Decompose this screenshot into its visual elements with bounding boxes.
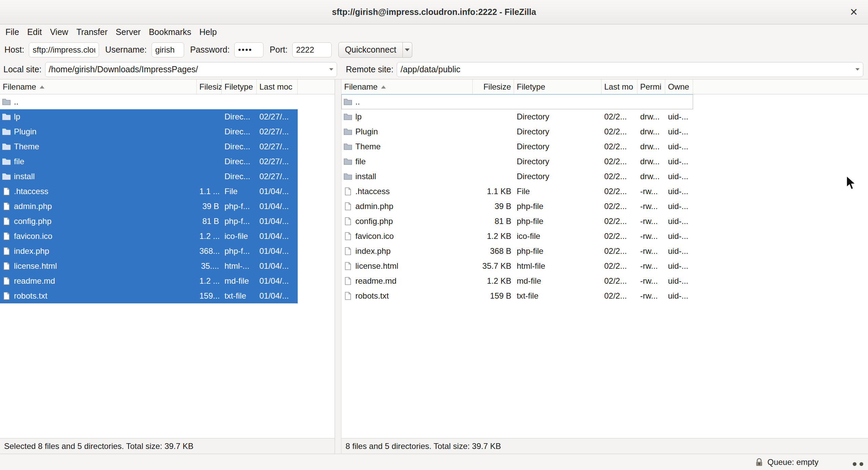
menu-item-bookmarks[interactable]: Bookmarks bbox=[145, 24, 195, 40]
column-header-label: Filename bbox=[3, 82, 36, 92]
file-row[interactable]: .htaccess 1.1 ... File 01/04/... bbox=[0, 184, 298, 199]
file-row[interactable]: readme.md 1.2 ... md-file 01/04/... bbox=[0, 274, 298, 288]
file-row[interactable]: admin.php 39 B php-file 02/2... -rw... u… bbox=[341, 199, 693, 214]
file-row[interactable]: license.html 35.... html-... 01/04/... bbox=[0, 259, 298, 274]
quickconnect-dropdown-button[interactable] bbox=[403, 42, 412, 58]
filesize-cell: 368... bbox=[197, 244, 222, 259]
file-row[interactable]: install Direc... 02/27/... bbox=[0, 169, 298, 184]
last-modified-cell: 02/27/... bbox=[257, 124, 298, 139]
file-icon bbox=[2, 202, 11, 210]
menu-item-view[interactable]: View bbox=[46, 24, 72, 40]
last-modified-cell bbox=[601, 94, 637, 109]
permissions-cell: drw... bbox=[637, 109, 665, 124]
file-row[interactable]: robots.txt 159... txt-file 01/04/... bbox=[0, 288, 298, 303]
file-row[interactable]: .htaccess 1.1 KB File 02/2... -rw... uid… bbox=[341, 184, 693, 199]
local-file-list[interactable]: .. lp bbox=[0, 94, 335, 438]
filename: .htaccess bbox=[355, 184, 390, 199]
host-input[interactable] bbox=[29, 42, 99, 57]
folder-icon bbox=[2, 172, 11, 181]
permissions-cell: -rw... bbox=[637, 184, 665, 199]
filetype-cell: Directory bbox=[514, 124, 601, 139]
file-row[interactable]: admin.php 39 B php-f... 01/04/... bbox=[0, 199, 298, 214]
file-row[interactable]: index.php 368 B php-file 02/2... -rw... … bbox=[341, 244, 693, 259]
titlebar[interactable]: sftp://girish@impress.cloudron.info:2222… bbox=[0, 0, 868, 24]
last-modified-cell: 02/27/... bbox=[257, 109, 298, 124]
column-header[interactable]: Filesize bbox=[473, 79, 514, 94]
filename: index.php bbox=[14, 244, 49, 259]
folder-icon bbox=[2, 157, 11, 166]
file-row[interactable]: robots.txt 159 B txt-file 02/2... -rw...… bbox=[341, 288, 693, 303]
filename: Theme bbox=[355, 139, 381, 154]
file-row[interactable]: file Direc... 02/27/... bbox=[0, 154, 298, 169]
filesize-cell: 39 B bbox=[197, 199, 222, 214]
column-header[interactable]: Filename bbox=[0, 79, 197, 94]
resize-grip[interactable] bbox=[853, 462, 863, 466]
remote-column-headers: Filename Filesize Filetype Last mo bbox=[341, 79, 868, 94]
column-header[interactable]: Filetype bbox=[514, 79, 601, 94]
file-row[interactable]: config.php 81 B php-file 02/2... -rw... … bbox=[341, 214, 693, 229]
file-row[interactable]: readme.md 1.2 KB md-file 02/2... -rw... … bbox=[341, 274, 693, 288]
last-modified-cell: 02/27/... bbox=[257, 139, 298, 154]
column-header[interactable]: Last mo bbox=[601, 79, 637, 94]
remote-file-list[interactable]: .. l bbox=[341, 94, 868, 438]
column-header[interactable]: Filename bbox=[341, 79, 473, 94]
file-row[interactable]: favicon.ico 1.2 ... ico-file 01/04/... bbox=[0, 229, 298, 244]
last-modified-cell: 02/27/... bbox=[257, 154, 298, 169]
column-header[interactable]: Permi bbox=[637, 79, 665, 94]
menu-item-edit[interactable]: Edit bbox=[23, 24, 46, 40]
file-row[interactable]: .. bbox=[341, 94, 693, 109]
file-row[interactable]: license.html 35.7 KB html-file 02/2... -… bbox=[341, 259, 693, 274]
column-header[interactable]: Filesiz bbox=[197, 79, 222, 94]
permissions-cell bbox=[637, 94, 665, 109]
file-row[interactable]: .. bbox=[0, 94, 298, 109]
column-header-label: Filesize bbox=[484, 82, 511, 92]
file-icon bbox=[2, 277, 11, 285]
file-icon bbox=[2, 187, 11, 195]
column-header[interactable]: Filetype bbox=[222, 79, 257, 94]
file-row[interactable]: install Directory 02/2... drw... uid-... bbox=[341, 169, 693, 184]
pane-splitter[interactable] bbox=[335, 79, 341, 454]
last-modified-cell: 02/2... bbox=[601, 214, 637, 229]
file-row[interactable]: config.php 81 B php-f... 01/04/... bbox=[0, 214, 298, 229]
username-input[interactable] bbox=[152, 42, 184, 57]
file-row[interactable]: lp Directory 02/2... drw... uid-... bbox=[341, 109, 693, 124]
column-header-label: Permi bbox=[640, 82, 662, 92]
quickconnect-button[interactable]: Quickconnect bbox=[338, 42, 402, 58]
filetype-cell: html-... bbox=[222, 259, 257, 274]
port-label: Port: bbox=[270, 45, 288, 55]
file-icon bbox=[2, 232, 11, 240]
last-modified-cell: 02/2... bbox=[601, 244, 637, 259]
menu-item-file[interactable]: File bbox=[1, 24, 23, 40]
chevron-down-icon[interactable] bbox=[329, 68, 333, 71]
file-row[interactable]: Theme Direc... 02/27/... bbox=[0, 139, 298, 154]
filename: readme.md bbox=[14, 274, 55, 288]
filesize-cell: 159 B bbox=[473, 288, 514, 303]
owner-cell: uid-... bbox=[665, 139, 693, 154]
password-input[interactable] bbox=[234, 42, 263, 57]
statusbar: Queue: empty bbox=[0, 454, 868, 470]
file-row[interactable]: lp Direc... 02/27/... bbox=[0, 109, 298, 124]
menu-item-help[interactable]: Help bbox=[195, 24, 221, 40]
menu-item-transfer[interactable]: Transfer bbox=[72, 24, 112, 40]
file-row[interactable]: favicon.ico 1.2 KB ico-file 02/2... -rw.… bbox=[341, 229, 693, 244]
file-row[interactable]: Plugin Direc... 02/27/... bbox=[0, 124, 298, 139]
close-icon[interactable]: × bbox=[846, 4, 862, 20]
filetype-cell: php-file bbox=[514, 214, 601, 229]
column-header[interactable]: Last moc bbox=[257, 79, 298, 94]
local-site-combo[interactable]: /home/girish/Downloads/ImpressPages/ bbox=[45, 62, 337, 77]
port-input[interactable] bbox=[292, 42, 332, 57]
username-label: Username: bbox=[105, 45, 146, 55]
remote-site-combo[interactable]: /app/data/public bbox=[397, 62, 863, 77]
file-row[interactable]: Theme Directory 02/2... drw... uid-... bbox=[341, 139, 693, 154]
filename: .. bbox=[14, 94, 18, 109]
file-row[interactable]: file Directory 02/2... drw... uid-... bbox=[341, 154, 693, 169]
permissions-cell: -rw... bbox=[637, 244, 665, 259]
file-row[interactable]: Plugin Directory 02/2... drw... uid-... bbox=[341, 124, 693, 139]
file-icon bbox=[343, 292, 352, 300]
permissions-cell: drw... bbox=[637, 124, 665, 139]
folder-icon bbox=[2, 128, 11, 136]
chevron-down-icon[interactable] bbox=[855, 68, 860, 71]
file-row[interactable]: index.php 368... php-f... 01/04/... bbox=[0, 244, 298, 259]
column-header[interactable]: Owne bbox=[665, 79, 693, 94]
menu-item-server[interactable]: Server bbox=[112, 24, 145, 40]
